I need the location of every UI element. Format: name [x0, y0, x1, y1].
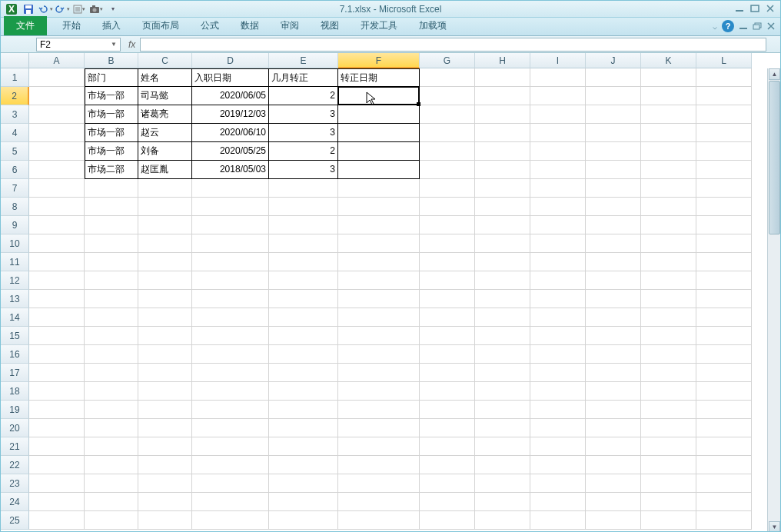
- cell-C4[interactable]: 赵云: [138, 124, 192, 142]
- redo-icon[interactable]: ▾: [55, 2, 70, 16]
- tab-file[interactable]: 文件: [4, 16, 47, 35]
- cell-C25[interactable]: [138, 511, 192, 530]
- cell-D17[interactable]: [192, 364, 269, 382]
- cell-B13[interactable]: [85, 290, 138, 308]
- cell-D10[interactable]: [192, 234, 269, 253]
- cell-E2[interactable]: 2: [269, 87, 338, 105]
- cell-A13[interactable]: [29, 290, 85, 308]
- cell-I23[interactable]: [530, 474, 586, 493]
- row-header-13[interactable]: 13: [1, 290, 29, 308]
- cell-L9[interactable]: [696, 216, 752, 234]
- cell-J21[interactable]: [586, 437, 641, 456]
- cell-K12[interactable]: [641, 271, 696, 290]
- cell-J16[interactable]: [586, 345, 641, 364]
- cell-J24[interactable]: [586, 493, 641, 511]
- cell-F23[interactable]: [338, 474, 420, 493]
- cell-J7[interactable]: [586, 179, 641, 198]
- cell-B8[interactable]: [85, 198, 138, 216]
- ribbon-close-icon[interactable]: [766, 22, 776, 30]
- cell-I20[interactable]: [530, 419, 586, 437]
- cell-D23[interactable]: [192, 474, 269, 493]
- row-header-18[interactable]: 18: [1, 382, 29, 401]
- cell-F5[interactable]: [338, 142, 420, 161]
- row-header-16[interactable]: 16: [1, 345, 29, 364]
- maximize-icon[interactable]: [748, 2, 762, 15]
- cell-E19[interactable]: [269, 401, 338, 419]
- row-header-20[interactable]: 20: [1, 419, 29, 437]
- cell-A16[interactable]: [29, 345, 85, 364]
- col-header-E[interactable]: E: [269, 53, 338, 68]
- cell-D14[interactable]: [192, 308, 269, 327]
- cell-E5[interactable]: 2: [269, 142, 338, 161]
- cell-D11[interactable]: [192, 253, 269, 271]
- row-header-7[interactable]: 7: [1, 179, 29, 198]
- cell-A20[interactable]: [29, 419, 85, 437]
- cell-J5[interactable]: [586, 142, 641, 161]
- cell-D18[interactable]: [192, 382, 269, 401]
- cell-D2[interactable]: 2020/06/05: [192, 87, 269, 105]
- cell-H1[interactable]: [475, 68, 530, 87]
- cell-F17[interactable]: [338, 364, 420, 382]
- cell-B18[interactable]: [85, 382, 138, 401]
- cell-C8[interactable]: [138, 198, 192, 216]
- cell-J11[interactable]: [586, 253, 641, 271]
- row-header-24[interactable]: 24: [1, 493, 29, 511]
- cell-B16[interactable]: [85, 345, 138, 364]
- cell-G5[interactable]: [420, 142, 475, 161]
- row-header-6[interactable]: 6: [1, 161, 29, 179]
- cell-L13[interactable]: [696, 290, 752, 308]
- cell-G9[interactable]: [420, 216, 475, 234]
- cell-L22[interactable]: [696, 456, 752, 474]
- cell-K9[interactable]: [641, 216, 696, 234]
- cell-C22[interactable]: [138, 456, 192, 474]
- cell-H6[interactable]: [475, 161, 530, 179]
- cell-H9[interactable]: [475, 216, 530, 234]
- cell-J13[interactable]: [586, 290, 641, 308]
- cell-C20[interactable]: [138, 419, 192, 437]
- cell-B19[interactable]: [85, 401, 138, 419]
- cell-C11[interactable]: [138, 253, 192, 271]
- cell-J15[interactable]: [586, 327, 641, 345]
- cell-C5[interactable]: 刘备: [138, 142, 192, 161]
- cell-G21[interactable]: [420, 437, 475, 456]
- cell-G17[interactable]: [420, 364, 475, 382]
- cell-I8[interactable]: [530, 198, 586, 216]
- cell-C10[interactable]: [138, 234, 192, 253]
- cell-I25[interactable]: [530, 511, 586, 530]
- cell-H7[interactable]: [475, 179, 530, 198]
- tab-addins[interactable]: 加载项: [408, 16, 457, 35]
- cell-F10[interactable]: [338, 234, 420, 253]
- col-header-H[interactable]: H: [475, 53, 530, 68]
- cell-L20[interactable]: [696, 419, 752, 437]
- col-header-D[interactable]: D: [192, 53, 269, 68]
- cell-A23[interactable]: [29, 474, 85, 493]
- tab-review[interactable]: 审阅: [270, 16, 310, 35]
- cell-H13[interactable]: [475, 290, 530, 308]
- cell-J25[interactable]: [586, 511, 641, 530]
- cell-J9[interactable]: [586, 216, 641, 234]
- cell-J14[interactable]: [586, 308, 641, 327]
- excel-icon[interactable]: X: [4, 2, 19, 16]
- cell-L3[interactable]: [696, 105, 752, 124]
- row-header-12[interactable]: 12: [1, 271, 29, 290]
- cell-H25[interactable]: [475, 511, 530, 530]
- cell-H17[interactable]: [475, 364, 530, 382]
- col-header-I[interactable]: I: [530, 53, 586, 68]
- cell-I11[interactable]: [530, 253, 586, 271]
- row-header-14[interactable]: 14: [1, 308, 29, 327]
- cell-L6[interactable]: [696, 161, 752, 179]
- cell-D6[interactable]: 2018/05/03: [192, 161, 269, 179]
- cell-A15[interactable]: [29, 327, 85, 345]
- cell-A3[interactable]: [29, 105, 85, 124]
- cell-L18[interactable]: [696, 382, 752, 401]
- scroll-thumb[interactable]: [769, 81, 780, 234]
- cell-K24[interactable]: [641, 493, 696, 511]
- cell-G11[interactable]: [420, 253, 475, 271]
- cell-H21[interactable]: [475, 437, 530, 456]
- cell-G8[interactable]: [420, 198, 475, 216]
- cell-G19[interactable]: [420, 401, 475, 419]
- cell-H3[interactable]: [475, 105, 530, 124]
- cell-H10[interactable]: [475, 234, 530, 253]
- row-header-11[interactable]: 11: [1, 253, 29, 271]
- cell-K13[interactable]: [641, 290, 696, 308]
